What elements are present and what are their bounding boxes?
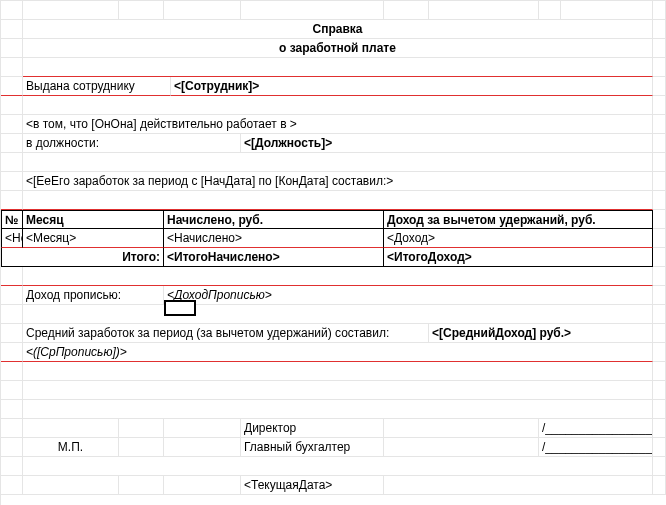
subtitle: о заработной плате [23, 39, 653, 58]
total-income: <ИтогоДоход> [384, 248, 653, 267]
issued-value: <[Сотрудник]> [171, 77, 653, 96]
current-date: <ТекущаяДата> [241, 476, 384, 495]
position-value: <[Должность]> [241, 134, 653, 153]
position-label: в должности: [23, 134, 241, 153]
title: Справка [23, 20, 653, 39]
average-label: Средний заработок за период (за вычетом … [23, 324, 429, 343]
total-accrued: <ИтогоНачислено> [164, 248, 384, 267]
income-words-label: Доход прописью: [23, 286, 164, 305]
th-num: № [1, 210, 23, 229]
th-accrued: Начислено, руб. [164, 210, 384, 229]
director-label: Директор [241, 419, 384, 438]
td-accrued: <Начислено> [164, 229, 384, 248]
earnings-period: <[ЕеЕго заработок за период с [НачДата] … [23, 172, 653, 191]
td-income: <Доход> [384, 229, 653, 248]
mp-label: М.П. [23, 438, 119, 457]
works-line1: <в том, что [ОнОна] действительно работа… [23, 115, 653, 134]
th-income: Доход за вычетом удержаний, руб. [384, 210, 653, 229]
income-words-value: <ДоходПрописью> [164, 286, 653, 305]
director-signature [539, 419, 653, 438]
spreadsheet-template: Справка о заработной плате Выдана сотруд… [0, 0, 666, 505]
total-label: Итого: [1, 248, 164, 267]
td-num: <Ном [1, 229, 23, 248]
th-month: Месяц [23, 210, 164, 229]
accountant-label: Главный бухгалтер [241, 438, 384, 457]
td-month: <Месяц> [23, 229, 164, 248]
average-words: <([СрПрописью])> [23, 343, 653, 362]
average-value: <[СреднийДоход] руб.> [429, 324, 653, 343]
accountant-signature [539, 438, 653, 457]
issued-label: Выдана сотруднику [23, 77, 171, 96]
